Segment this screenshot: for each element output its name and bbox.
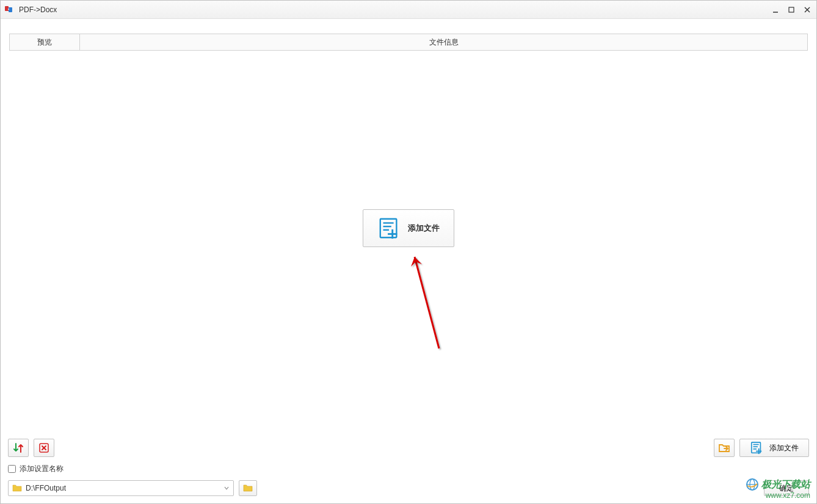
output-row: D:\FFOutput 确定 [1, 477, 816, 503]
add-file-button-label: 添加文件 [769, 443, 799, 453]
title-bar: PDF->Docx [1, 1, 816, 19]
add-file-button[interactable]: 添加文件 [739, 439, 809, 457]
add-file-small-icon [750, 441, 763, 455]
remove-button[interactable] [34, 439, 54, 457]
add-file-center-button[interactable]: 添加文件 [363, 209, 454, 247]
tab-preview[interactable]: 预览 [9, 34, 80, 51]
output-path-combo[interactable]: D:\FFOutput [8, 480, 234, 496]
folder-icon [12, 484, 22, 492]
annotation-arrow [402, 245, 451, 355]
add-settings-name-label: 添加设置名称 [20, 464, 64, 474]
sort-button[interactable] [8, 439, 29, 457]
svg-rect-1 [9, 7, 12, 12]
app-icon [4, 5, 14, 15]
remove-icon [38, 442, 50, 454]
window-controls [770, 4, 813, 15]
chevron-down-icon[interactable] [223, 485, 230, 491]
minimize-button[interactable] [770, 4, 781, 15]
close-button[interactable] [802, 4, 813, 15]
folder-icon [242, 483, 253, 493]
add-settings-name-checkbox[interactable] [8, 465, 16, 473]
export-folder-button[interactable] [714, 439, 735, 457]
browse-folder-button[interactable] [239, 480, 257, 496]
checkbox-row: 添加设置名称 [1, 461, 816, 477]
svg-rect-3 [789, 7, 794, 12]
maximize-button[interactable] [786, 4, 797, 15]
add-file-icon [377, 217, 401, 240]
window-title: PDF->Docx [19, 5, 57, 14]
bottom-toolbar: 添加文件 [1, 435, 816, 461]
tab-row: 预览 文件信息 [1, 34, 816, 51]
folder-export-icon [718, 442, 730, 454]
tab-fileinfo[interactable]: 文件信息 [80, 34, 808, 51]
sort-icon [12, 442, 24, 454]
svg-rect-0 [5, 6, 9, 11]
confirm-button[interactable]: 确定 [764, 480, 809, 496]
output-path-text: D:\FFOutput [26, 484, 223, 492]
add-file-center-label: 添加文件 [408, 223, 440, 234]
main-content-area: 添加文件 [1, 51, 816, 435]
